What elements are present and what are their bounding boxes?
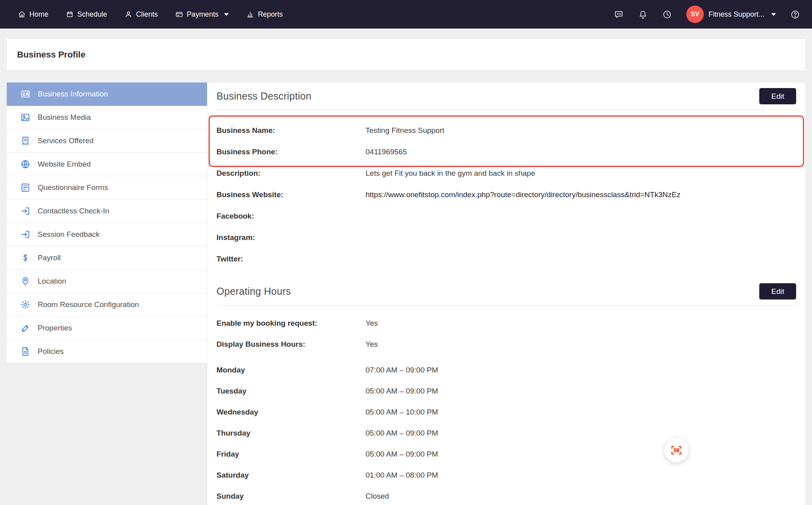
description-row-business-website: Business Website:https://www.onefitstop.…	[216, 184, 796, 205]
nav-item-label: Home	[29, 10, 48, 19]
field-label: Instagram:	[216, 233, 366, 242]
field-value: 05:00 AM – 09:00 PM	[366, 387, 438, 396]
navbar-right: SV Fitness Support...	[614, 6, 800, 23]
nav-item-home[interactable]: Home	[18, 10, 48, 19]
business-description-fields: Business Name:Testing Fitness SupportBus…	[216, 110, 796, 270]
payments-icon	[175, 10, 183, 18]
sidebar-item-payroll[interactable]: Payroll	[7, 246, 207, 270]
description-row-description: Description:Lets get Fit you back in the…	[216, 163, 796, 184]
website-embed-icon	[20, 159, 31, 169]
sidebar-item-policies[interactable]: Policies	[7, 340, 207, 363]
sidebar-item-label: Services Offered	[38, 136, 94, 145]
clients-icon	[124, 10, 132, 18]
sidebar-item-website-embed[interactable]: Website Embed	[7, 153, 207, 176]
sidebar-item-label: Questionnaire Forms	[38, 183, 108, 192]
field-value: Closed	[366, 492, 389, 501]
description-row-instagram: Instagram:	[216, 227, 796, 248]
sidebar-item-label: Contactless Check-In	[38, 207, 109, 215]
location-icon	[20, 276, 31, 286]
chat-icon[interactable]	[614, 10, 624, 19]
sidebar-item-session-feedback[interactable]: Session Feedback	[7, 223, 207, 246]
sidebar-item-services-offered[interactable]: Services Offered	[7, 129, 207, 153]
reports-icon	[246, 10, 254, 18]
field-value: Yes	[366, 340, 378, 349]
session-feedback-icon	[20, 229, 31, 240]
clock-icon[interactable]	[662, 10, 672, 19]
business-media-icon	[20, 112, 31, 123]
sidebar-item-label: Payroll	[38, 253, 61, 262]
field-label: Business Name:	[216, 126, 366, 135]
page-body: Business Profile Business InformationBus…	[0, 29, 812, 505]
field-value: Testing Fitness Support	[366, 126, 444, 135]
page-title-card: Business Profile	[7, 39, 805, 71]
field-value: 0411969565	[366, 148, 407, 156]
nav-item-label: Schedule	[77, 10, 107, 19]
hours-row-wednesday: Wednesday05:00 AM – 10:00 PM	[216, 401, 796, 422]
hours-row-thursday: Thursday05:00 AM – 09:00 PM	[216, 422, 796, 444]
field-label: Thursday	[216, 429, 366, 438]
field-label: Tuesday	[216, 387, 366, 396]
sidebar-item-room-resource-configuration[interactable]: Room Resource Configuration	[7, 293, 207, 317]
nav-item-schedule[interactable]: Schedule	[66, 10, 107, 19]
hours-row-sunday: SundayClosed	[216, 486, 796, 505]
section-header: Business Description Edit	[216, 83, 796, 110]
field-label: Facebook:	[216, 212, 366, 221]
sidebar-item-label: Properties	[38, 324, 72, 332]
hours-row-friday: Friday05:00 AM – 09:00 PM	[216, 444, 796, 465]
operating-hours-fields: Enable my booking request:YesDisplay Bus…	[216, 305, 796, 505]
sidebar: Business InformationBusiness MediaServic…	[7, 83, 207, 363]
field-label: Enable my booking request:	[216, 319, 366, 328]
section-header: Operating Hours Edit	[216, 278, 796, 305]
nav-item-label: Clients	[136, 10, 158, 19]
bell-icon[interactable]	[638, 10, 648, 19]
field-label: Twitter:	[216, 255, 366, 263]
field-label: Business Website:	[216, 190, 366, 199]
hours-row-saturday: Saturday01:00 AM – 08:00 PM	[216, 465, 796, 486]
business-information-icon	[20, 89, 31, 99]
description-row-business-phone: Business Phone:0411969565	[216, 141, 796, 163]
hours-row-monday: Monday07:00 AM – 09:00 PM	[216, 359, 796, 380]
field-value: 07:00 AM – 09:00 PM	[366, 366, 438, 374]
operating-hours-section: Operating Hours Edit Enable my booking r…	[216, 278, 796, 505]
field-value: Yes	[366, 319, 378, 328]
nav-item-label: Payments	[187, 10, 218, 19]
barcode-icon	[670, 444, 683, 457]
hours-row-tuesday: Tuesday05:00 AM – 09:00 PM	[216, 380, 796, 401]
field-value: Lets get Fit you back in the gym and bac…	[366, 169, 535, 178]
hours-row-enable-my-booking-request: Enable my booking request:Yes	[216, 313, 796, 334]
sidebar-item-location[interactable]: Location	[7, 270, 207, 293]
account-menu[interactable]: SV Fitness Support...	[686, 6, 776, 23]
operating-hours-title: Operating Hours	[216, 286, 291, 297]
edit-operating-hours-button[interactable]: Edit	[759, 283, 796, 300]
nav-item-clients[interactable]: Clients	[124, 10, 158, 19]
description-row-twitter: Twitter:	[216, 248, 796, 270]
description-row-business-name: Business Name:Testing Fitness Support	[216, 120, 796, 141]
sidebar-item-business-media[interactable]: Business Media	[7, 106, 207, 129]
sidebar-item-properties[interactable]: Properties	[7, 317, 207, 340]
chevron-down-icon	[224, 13, 229, 16]
field-value-link[interactable]: https://www.onefitstop.com/index.php?rou…	[366, 190, 680, 199]
nav-item-reports[interactable]: Reports	[246, 10, 283, 19]
sidebar-item-questionnaire-forms[interactable]: Questionnaire Forms	[7, 176, 207, 200]
questionnaire-forms-icon	[20, 182, 31, 193]
nav-item-label: Reports	[258, 10, 283, 19]
sidebar-item-label: Website Embed	[38, 160, 91, 169]
account-name: Fitness Support...	[709, 10, 764, 19]
field-label: Saturday	[216, 471, 366, 480]
feedback-widget-button[interactable]	[664, 438, 689, 463]
description-row-facebook: Facebook:	[216, 205, 796, 227]
help-icon[interactable]	[790, 10, 800, 19]
room-resource-configuration-icon	[20, 300, 31, 310]
sidebar-item-business-information[interactable]: Business Information	[7, 83, 207, 106]
contactless-check-in-icon	[20, 206, 31, 216]
field-label: Monday	[216, 366, 366, 374]
sidebar-item-contactless-check-in[interactable]: Contactless Check-In	[7, 200, 207, 223]
page-title: Business Profile	[17, 50, 85, 60]
sidebar-item-label: Room Resource Configuration	[38, 300, 139, 309]
field-label: Business Phone:	[216, 148, 366, 156]
nav-item-payments[interactable]: Payments	[175, 10, 229, 19]
edit-business-description-button[interactable]: Edit	[759, 88, 796, 104]
sidebar-item-label: Location	[38, 277, 66, 286]
services-offered-icon	[20, 136, 31, 146]
business-description-section: Business Description Edit Business Name:…	[216, 83, 796, 270]
